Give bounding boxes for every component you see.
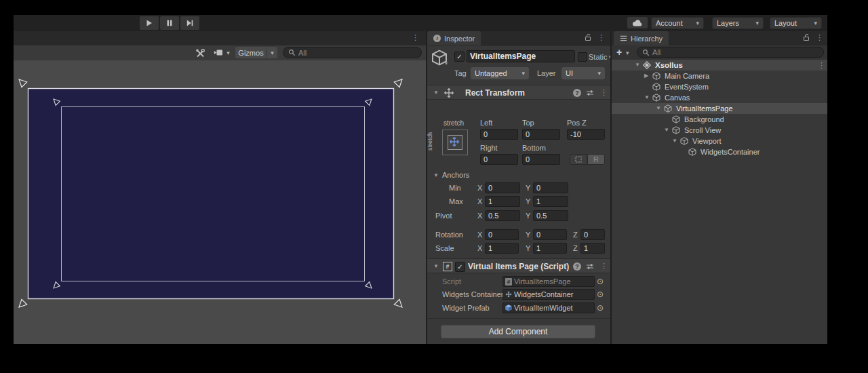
- active-checkbox[interactable]: ✓: [454, 52, 465, 62]
- hierarchy-search-input[interactable]: [652, 48, 818, 56]
- right-field[interactable]: 0: [480, 154, 518, 165]
- scale-y-field[interactable]: 1: [533, 243, 567, 254]
- hierarchy-item-virtualitemspage[interactable]: ▼ VirtualItemsPage: [612, 103, 827, 114]
- pivot-x-field[interactable]: 0.5: [485, 210, 520, 221]
- foldout-icon[interactable]: ▼: [656, 106, 661, 111]
- add-component-button[interactable]: Add Component: [441, 325, 595, 338]
- anchor-max-x-field[interactable]: 1: [485, 196, 520, 207]
- hierarchy-search-field[interactable]: [637, 47, 824, 58]
- panel-menu-icon[interactable]: ⋮: [412, 34, 419, 41]
- step-icon: [186, 20, 193, 26]
- anchor-min-x-field[interactable]: 0: [485, 182, 520, 193]
- top-field[interactable]: 0: [522, 129, 560, 140]
- scene-search-field[interactable]: [283, 47, 422, 58]
- script-component-header[interactable]: ▼ # ✓ Virtual Items Page (Script) ? ⋮: [427, 258, 610, 273]
- component-menu-icon[interactable]: ⋮: [600, 89, 608, 96]
- scale-z-field[interactable]: 1: [580, 243, 605, 254]
- script-object-field[interactable]: # VirtualItemsPage: [502, 276, 595, 287]
- scale-label: Scale: [435, 244, 454, 252]
- create-object-button[interactable]: +: [616, 47, 622, 58]
- lock-icon[interactable]: [802, 33, 810, 41]
- posz-field[interactable]: -10: [567, 129, 605, 140]
- object-picker-icon[interactable]: ⊙: [597, 303, 604, 313]
- object-picker-icon[interactable]: ⊙: [597, 277, 604, 286]
- x-axis-label: X: [477, 244, 482, 252]
- component-menu-icon[interactable]: ⋮: [600, 262, 608, 270]
- chevron-down-icon[interactable]: ▾: [445, 60, 448, 66]
- hierarchy-item-scene[interactable]: ▼ Xsollus ⋮: [612, 60, 827, 71]
- help-icon[interactable]: ?: [573, 89, 581, 97]
- foldout-icon[interactable]: ▼: [644, 95, 650, 100]
- rotation-z-field[interactable]: 0: [580, 229, 605, 240]
- panel-menu-icon[interactable]: ⋮: [597, 34, 605, 41]
- rotation-x-field[interactable]: 0: [485, 229, 519, 240]
- bottom-field[interactable]: 0: [522, 154, 560, 165]
- hierarchy-item-eventsystem[interactable]: EventSystem: [612, 81, 827, 92]
- foldout-icon[interactable]: ▼: [672, 138, 677, 144]
- rect-transform-header[interactable]: ▼ Rect Transform ? ⋮: [427, 85, 610, 100]
- scene-viewport[interactable]: [14, 60, 426, 344]
- scene-tools-button[interactable]: [193, 47, 208, 58]
- tab-inspector[interactable]: i Inspector: [427, 31, 481, 45]
- layer-dropdown[interactable]: UI ▾: [561, 67, 605, 79]
- tab-hierarchy[interactable]: Hierarchy: [614, 31, 669, 45]
- anchor-max-y-field[interactable]: 1: [533, 196, 568, 207]
- rotation-y-field[interactable]: 0: [533, 229, 567, 240]
- layers-dropdown[interactable]: Layers ▾: [712, 17, 764, 29]
- scene-menu-icon[interactable]: ⋮: [818, 62, 825, 69]
- anchor-min-y-field[interactable]: 0: [533, 182, 568, 193]
- anchor-preset-widget[interactable]: [442, 130, 468, 155]
- object-picker-icon[interactable]: ⊙: [597, 290, 604, 299]
- y-axis-label: Y: [526, 244, 530, 252]
- hierarchy-item-widgetscontainer[interactable]: WidgetsContainer: [612, 146, 827, 157]
- component-enabled-checkbox[interactable]: ✓: [455, 262, 465, 272]
- gizmos-dropdown-arrow[interactable]: ▾: [267, 47, 277, 58]
- widgets-container-field[interactable]: WidgetsContainer: [502, 289, 595, 300]
- hierarchy-item-viewport[interactable]: ▼ Viewport: [612, 136, 827, 146]
- lock-icon[interactable]: [584, 33, 592, 41]
- foldout-icon[interactable]: ▼: [433, 264, 439, 269]
- static-checkbox[interactable]: [578, 52, 587, 62]
- hierarchy-item-background[interactable]: Background: [612, 114, 827, 125]
- account-dropdown[interactable]: Account ▾: [651, 17, 704, 29]
- layout-dropdown[interactable]: Layout ▾: [770, 17, 822, 29]
- pause-button[interactable]: [160, 16, 179, 30]
- foldout-icon[interactable]: ▼: [635, 62, 640, 68]
- scene-camera-button[interactable]: ▾: [211, 47, 233, 58]
- gizmos-button[interactable]: Gizmos: [235, 47, 267, 58]
- hierarchy-item-canvas[interactable]: ▼ Canvas: [612, 92, 827, 103]
- rotation-label: Rotation: [435, 231, 463, 239]
- foldout-icon[interactable]: ▼: [433, 173, 439, 178]
- main-toolbar: Account ▾ Layers ▾ Layout ▾: [14, 15, 827, 32]
- search-icon: [288, 49, 296, 56]
- pivot-y-field[interactable]: 0.5: [533, 210, 568, 221]
- hierarchy-panel: Hierarchy ⋮ + ▾ ▼ Xsollus ⋮ ▶ Main Cam: [610, 31, 827, 344]
- panel-menu-icon[interactable]: ⋮: [816, 34, 823, 41]
- chevron-down-icon[interactable]: ▾: [626, 50, 629, 56]
- foldout-icon[interactable]: ▶: [644, 73, 648, 79]
- chevron-down-icon: ▾: [597, 70, 601, 77]
- scale-x-field[interactable]: 1: [485, 243, 519, 254]
- gameobject-name-input[interactable]: [467, 50, 575, 62]
- hierarchy-item-scroll-view[interactable]: ▼ Scroll View: [612, 125, 827, 136]
- scene-search-input[interactable]: [298, 49, 416, 57]
- foldout-icon[interactable]: ▼: [664, 127, 669, 133]
- left-field[interactable]: 0: [480, 129, 518, 140]
- blueprint-mode-button[interactable]: [570, 154, 587, 165]
- play-button[interactable]: [140, 16, 159, 30]
- presets-icon[interactable]: [586, 89, 594, 97]
- help-icon[interactable]: ?: [573, 262, 581, 271]
- pause-icon: [166, 20, 173, 26]
- presets-icon[interactable]: [586, 262, 594, 271]
- hierarchy-item-main-camera[interactable]: ▶ Main Camera: [612, 71, 827, 81]
- tag-dropdown[interactable]: Untagged ▾: [471, 67, 529, 79]
- unity-scene-icon: [643, 61, 651, 69]
- gameobject-cube-icon: [680, 137, 688, 145]
- scene-canvas-gizmo[interactable]: [14, 60, 426, 344]
- widget-prefab-field[interactable]: VirtualItemWidget: [502, 302, 595, 313]
- raw-edit-mode-button[interactable]: R: [587, 154, 605, 165]
- stretch-top-label: stretch: [443, 119, 464, 127]
- foldout-icon[interactable]: ▼: [433, 90, 439, 96]
- step-button[interactable]: [180, 16, 199, 30]
- cloud-services-button[interactable]: [627, 17, 648, 28]
